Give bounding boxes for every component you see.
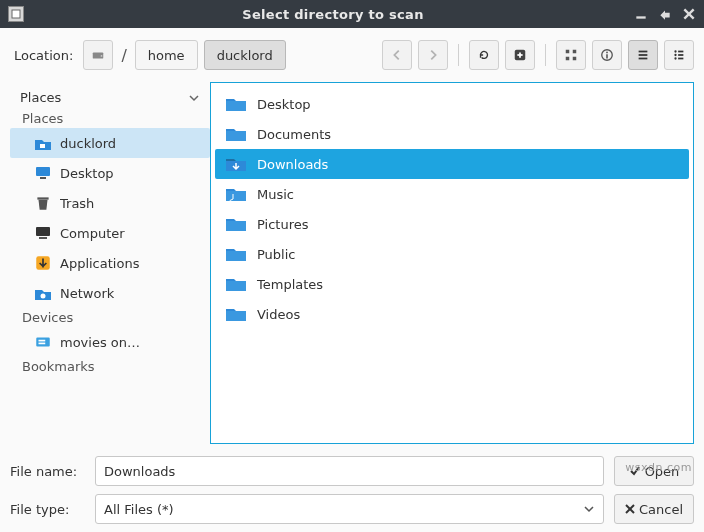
forward-button[interactable] bbox=[418, 40, 448, 70]
sidebar-item-computer[interactable]: Computer bbox=[10, 218, 210, 248]
svg-rect-27 bbox=[40, 177, 46, 179]
sidebar-item-label: Applications bbox=[60, 256, 139, 271]
svg-rect-30 bbox=[39, 237, 47, 239]
minimize-button[interactable] bbox=[634, 7, 648, 21]
sidebar-item-label: Network bbox=[60, 286, 114, 301]
folder-icon bbox=[225, 155, 247, 173]
svg-point-14 bbox=[606, 52, 608, 54]
file-pane[interactable]: Desktop Documents Downloads Music Pictur… bbox=[210, 82, 694, 444]
open-button[interactable]: Open bbox=[614, 456, 694, 486]
folder-label: Videos bbox=[257, 307, 300, 322]
reload-icon bbox=[477, 48, 491, 62]
arrow-left-icon bbox=[390, 48, 404, 62]
svg-rect-11 bbox=[566, 57, 570, 61]
back-button[interactable] bbox=[382, 40, 412, 70]
location-label: Location: bbox=[10, 48, 77, 63]
sidebar-item-trash[interactable]: Trash bbox=[10, 188, 210, 218]
computer-icon bbox=[34, 224, 52, 242]
svg-rect-12 bbox=[573, 57, 577, 61]
network-icon bbox=[34, 284, 52, 302]
path-segment-ducklord[interactable]: ducklord bbox=[204, 40, 286, 70]
svg-rect-39 bbox=[226, 191, 246, 201]
folder-icon bbox=[225, 275, 247, 293]
cancel-button-label: Cancel bbox=[639, 502, 683, 517]
toolbar-separator bbox=[545, 44, 546, 66]
view-icons-button[interactable] bbox=[556, 40, 586, 70]
svg-rect-42 bbox=[226, 281, 246, 291]
desktop-icon bbox=[34, 164, 52, 182]
drive-icon bbox=[34, 333, 52, 351]
folder-icon bbox=[225, 125, 247, 143]
view-list-button[interactable] bbox=[628, 40, 658, 70]
check-icon bbox=[629, 465, 641, 477]
sidebar-header-label: Places bbox=[20, 90, 61, 105]
toolbar-separator bbox=[458, 44, 459, 66]
sidebar-item-applications[interactable]: Applications bbox=[10, 248, 210, 278]
trash-icon bbox=[34, 194, 52, 212]
plus-icon bbox=[513, 48, 527, 62]
svg-rect-36 bbox=[226, 101, 246, 111]
svg-rect-0 bbox=[12, 10, 20, 18]
folder-icon bbox=[225, 185, 247, 203]
svg-point-19 bbox=[674, 50, 676, 52]
svg-rect-28 bbox=[37, 197, 48, 199]
info-button[interactable] bbox=[592, 40, 622, 70]
svg-rect-9 bbox=[566, 50, 570, 54]
svg-rect-41 bbox=[226, 251, 246, 261]
path-separator: / bbox=[119, 46, 128, 65]
folder-item[interactable]: Videos bbox=[215, 299, 689, 329]
folder-item[interactable]: Downloads bbox=[215, 149, 689, 179]
sidebar-group-places: Places bbox=[10, 109, 210, 128]
title-bar: Select directory to scan bbox=[0, 0, 704, 28]
folder-label: Templates bbox=[257, 277, 323, 292]
sidebar-item-desktop[interactable]: Desktop bbox=[10, 158, 210, 188]
filename-input[interactable] bbox=[95, 456, 604, 486]
svg-rect-35 bbox=[39, 343, 46, 345]
folder-label: Documents bbox=[257, 127, 331, 142]
folder-item[interactable]: Documents bbox=[215, 119, 689, 149]
folder-item[interactable]: Public bbox=[215, 239, 689, 269]
cancel-button[interactable]: Cancel bbox=[614, 494, 694, 524]
filetype-label: File type: bbox=[10, 502, 85, 517]
sidebar-header[interactable]: Places bbox=[10, 86, 210, 109]
folder-label: Pictures bbox=[257, 217, 308, 232]
svg-rect-34 bbox=[39, 340, 46, 342]
svg-point-32 bbox=[41, 294, 46, 299]
close-icon bbox=[625, 504, 635, 514]
folder-icon bbox=[225, 95, 247, 113]
info-icon bbox=[600, 48, 614, 62]
svg-rect-25 bbox=[40, 144, 45, 148]
places-sidebar: Places Places ducklord Desktop Trash Com… bbox=[10, 82, 210, 444]
folder-item[interactable]: Templates bbox=[215, 269, 689, 299]
sidebar-item-network[interactable]: Network bbox=[10, 278, 210, 308]
drive-icon bbox=[91, 48, 105, 62]
view-detail-button[interactable] bbox=[664, 40, 694, 70]
app-icon bbox=[8, 6, 24, 22]
sidebar-item-device[interactable]: movies on… bbox=[10, 327, 210, 357]
path-root-button[interactable] bbox=[83, 40, 113, 70]
svg-point-21 bbox=[674, 54, 676, 56]
folder-label: Music bbox=[257, 187, 294, 202]
folder-item[interactable]: Pictures bbox=[215, 209, 689, 239]
folder-label: Public bbox=[257, 247, 295, 262]
sidebar-item-home[interactable]: ducklord bbox=[10, 128, 210, 158]
maximize-button[interactable] bbox=[658, 7, 672, 21]
folder-icon bbox=[225, 305, 247, 323]
folder-icon bbox=[225, 215, 247, 233]
folder-item[interactable]: Music bbox=[215, 179, 689, 209]
svg-rect-40 bbox=[226, 221, 246, 231]
sidebar-group-bookmarks: Bookmarks bbox=[10, 357, 210, 376]
toolbar: Location: / home ducklord bbox=[10, 36, 694, 74]
reload-button[interactable] bbox=[469, 40, 499, 70]
path-segment-home[interactable]: home bbox=[135, 40, 198, 70]
svg-rect-33 bbox=[36, 338, 50, 347]
sidebar-item-label: movies on… bbox=[60, 335, 140, 350]
close-button[interactable] bbox=[682, 7, 696, 21]
filename-label: File name: bbox=[10, 464, 85, 479]
svg-rect-29 bbox=[36, 227, 50, 236]
new-folder-button[interactable] bbox=[505, 40, 535, 70]
chevron-down-icon bbox=[583, 503, 595, 515]
open-button-label: Open bbox=[645, 464, 680, 479]
folder-item[interactable]: Desktop bbox=[215, 89, 689, 119]
filetype-select[interactable]: All Files (*) bbox=[95, 494, 604, 524]
